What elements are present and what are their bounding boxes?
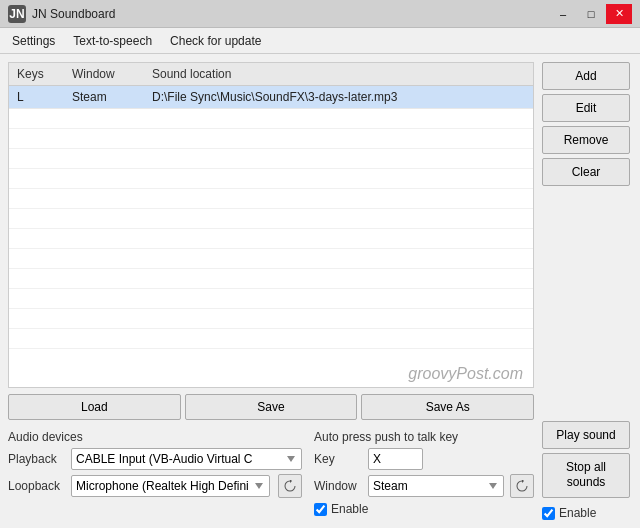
title-bar: JN JN Soundboard – □ ✕	[0, 0, 640, 28]
title-bar-left: JN JN Soundboard	[8, 5, 115, 23]
menu-tts[interactable]: Text-to-speech	[65, 31, 160, 51]
key-label: Key	[314, 452, 362, 466]
save-button[interactable]: Save	[185, 394, 358, 420]
stop-all-button[interactable]: Stop all sounds	[542, 453, 630, 498]
audio-section: Audio devices Playback CABLE Input (VB-A…	[8, 426, 534, 520]
playback-select[interactable]: CABLE Input (VB-Audio Virtual C	[71, 448, 302, 470]
menu-settings[interactable]: Settings	[4, 31, 63, 51]
table-header: Keys Window Sound location	[9, 63, 533, 86]
menu-bar: Settings Text-to-speech Check for update	[0, 28, 640, 54]
remove-button[interactable]: Remove	[542, 126, 630, 154]
empty-row	[9, 149, 533, 169]
audio-section-title: Audio devices	[8, 430, 302, 444]
save-as-button[interactable]: Save As	[361, 394, 534, 420]
clear-button[interactable]: Clear	[542, 158, 630, 186]
app-icon: JN	[8, 5, 26, 23]
key-input[interactable]	[368, 448, 423, 470]
menu-update[interactable]: Check for update	[162, 31, 269, 51]
empty-row	[9, 189, 533, 209]
enable-row: Enable	[542, 506, 632, 520]
add-button[interactable]: Add	[542, 62, 630, 90]
loopback-refresh-button[interactable]	[278, 474, 302, 498]
empty-row	[9, 229, 533, 249]
row-window: Steam	[68, 88, 148, 106]
edit-button[interactable]: Edit	[542, 94, 630, 122]
minimize-button[interactable]: –	[550, 4, 576, 24]
col-sound: Sound location	[148, 65, 529, 83]
loopback-label: Loopback	[8, 479, 63, 493]
table-row[interactable]: L Steam D:\File Sync\Music\SoundFX\3-day…	[9, 86, 533, 109]
play-sound-button[interactable]: Play sound	[542, 421, 630, 449]
empty-row	[9, 309, 533, 329]
ap-enable-label[interactable]: Enable	[331, 502, 368, 516]
window-title: JN Soundboard	[32, 7, 115, 21]
enable-checkbox[interactable]	[542, 507, 555, 520]
right-panel: Add Edit Remove Clear Play sound Stop al…	[542, 62, 632, 520]
empty-row	[9, 129, 533, 149]
sound-table: Keys Window Sound location L Steam D:\Fi…	[8, 62, 534, 388]
load-save-buttons: Load Save Save As	[8, 394, 534, 420]
left-panel: Keys Window Sound location L Steam D:\Fi…	[8, 62, 534, 520]
loopback-select[interactable]: Microphone (Realtek High Defini	[71, 475, 270, 497]
empty-row	[9, 349, 533, 361]
title-bar-controls: – □ ✕	[550, 4, 632, 24]
empty-row	[9, 169, 533, 189]
ap-refresh-button[interactable]	[510, 474, 534, 498]
empty-row	[9, 289, 533, 309]
empty-row	[9, 109, 533, 129]
empty-row	[9, 249, 533, 269]
ap-enable-checkbox[interactable]	[314, 503, 327, 516]
maximize-button[interactable]: □	[578, 4, 604, 24]
auto-press-title: Auto press push to talk key	[314, 430, 534, 444]
auto-press-section: Auto press push to talk key Key Window S…	[314, 430, 534, 516]
col-window: Window	[68, 65, 148, 83]
empty-row	[9, 329, 533, 349]
ap-window-label: Window	[314, 479, 362, 493]
enable-label[interactable]: Enable	[559, 506, 596, 520]
empty-row	[9, 209, 533, 229]
col-keys: Keys	[13, 65, 68, 83]
row-sound: D:\File Sync\Music\SoundFX\3-days-later.…	[148, 88, 529, 106]
playback-label: Playback	[8, 452, 63, 466]
load-button[interactable]: Load	[8, 394, 181, 420]
empty-row	[9, 269, 533, 289]
ap-window-select[interactable]: Steam	[368, 475, 504, 497]
close-button[interactable]: ✕	[606, 4, 632, 24]
watermark: groovyPost.com	[9, 361, 533, 387]
row-key: L	[13, 88, 68, 106]
